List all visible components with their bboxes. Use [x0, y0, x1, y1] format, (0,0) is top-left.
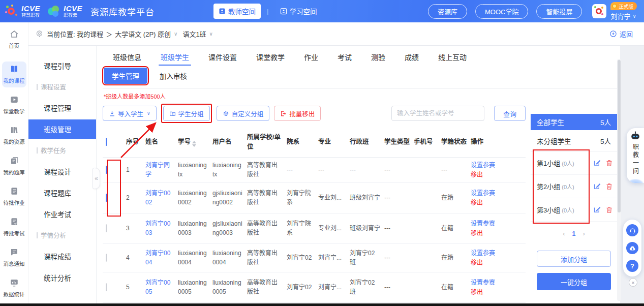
delete-group-icon[interactable] — [605, 206, 613, 213]
cell-phone — [414, 167, 437, 173]
close-floating-icon[interactable]: × — [629, 278, 637, 287]
nav-pill-MOOC学院[interactable]: MOOC学院 — [475, 4, 528, 19]
subtab-加入审核[interactable]: 加入审核 — [151, 68, 195, 84]
group-item-第1小组[interactable]: 第1小组(0人) — [531, 151, 617, 175]
table-row: 3刘宵宁0003liuxiaoning0003gjsliuxiaoning000… — [103, 213, 526, 244]
page-next-icon[interactable]: › — [582, 230, 585, 237]
scrollbar-thumb[interactable] — [618, 60, 621, 212]
cell-name[interactable]: 刘宵宁0002 — [145, 186, 174, 210]
rail-item-pending-homework[interactable]: 待批作业 — [2, 183, 26, 209]
version-badge: 正式版 — [610, 2, 637, 10]
cell-major: 专业刘... — [318, 191, 346, 205]
breadcrumb-course-select[interactable]: 大学语文 (2P) 原创 — [115, 29, 171, 39]
remove-link[interactable]: 移出 — [471, 170, 503, 180]
student-space-button[interactable]: 学习空间 — [275, 4, 322, 19]
remove-link[interactable]: 移出 — [471, 229, 503, 238]
rail-item-my-courses[interactable]: 我的课程 — [2, 62, 26, 87]
user-box[interactable]: 正式版 刘宵宁∨ — [592, 2, 637, 21]
cell-name[interactable]: 刘宵宁0004 — [145, 246, 174, 270]
current-page[interactable]: 1 — [572, 230, 576, 237]
collapse-sidebar-button[interactable]: « — [93, 168, 100, 189]
remove-link[interactable]: 移出 — [471, 288, 503, 297]
edit-group-icon[interactable] — [593, 206, 601, 213]
assistant-tab[interactable]: 职教一问 — [627, 128, 644, 183]
remove-link[interactable]: 移出 — [471, 258, 503, 268]
row-checkbox[interactable] — [106, 194, 107, 202]
menu-item-课程引导[interactable]: 课程引导 — [28, 56, 96, 75]
teacher-space-button[interactable]: 教师空间 — [213, 4, 261, 19]
row-checkbox[interactable] — [106, 166, 107, 174]
all-students-row[interactable]: 全部学生 5人 — [531, 114, 617, 130]
select-all-checkbox[interactable] — [106, 138, 107, 146]
custom-group-button[interactable]: 自定义分组 — [217, 106, 270, 121]
search-input[interactable] — [391, 106, 484, 121]
menu-item-课程管理[interactable]: 课程管理 — [28, 98, 96, 117]
rail-item-message[interactable]: 消息通知 — [2, 244, 26, 270]
cell-name[interactable]: 刘宵宁0005 — [145, 276, 174, 299]
tab-课堂教学[interactable]: 课堂教学 — [254, 46, 287, 68]
tab-班级学生[interactable]: 班级学生 — [159, 46, 191, 68]
nav-pill-智能投屏[interactable]: 智能投屏 — [536, 4, 582, 19]
row-checkbox[interactable] — [106, 283, 107, 291]
student-group-button[interactable]: 学生分组 — [163, 106, 210, 121]
breadcrumb-class-select[interactable]: 语文1班 — [182, 29, 206, 39]
tab-班级信息[interactable]: 班级信息 — [111, 46, 143, 68]
menu-item-课程成绩[interactable]: 课程成绩 — [28, 247, 96, 266]
batch-remove-button[interactable]: 批量移出 — [274, 106, 321, 121]
rail-item-statistics[interactable]: 数据统计 — [2, 275, 26, 301]
class-caret-icon[interactable]: ∨ — [209, 31, 213, 37]
remove-link[interactable]: 移出 — [471, 198, 503, 208]
import-students-button[interactable]: 导入学生∨ — [103, 106, 157, 121]
nav-pill-资源库[interactable]: 资源库 — [428, 4, 467, 19]
menu-item-课程设计[interactable]: 课程设计 — [28, 162, 96, 181]
set-contest-link[interactable]: 设置参赛 — [471, 161, 503, 170]
row-checkbox[interactable] — [106, 224, 107, 232]
ungrouped-students-row[interactable]: 未分组学生 5人 — [531, 130, 617, 151]
group-item-第3小组[interactable]: 第3小组(0人) — [531, 198, 617, 222]
menu-item-统计分析[interactable]: 统计分析 — [28, 268, 96, 287]
group-item-第2小组[interactable]: 第2小组(0人) — [531, 175, 617, 198]
header-nav-pills: 资源库MOOC学院智能投屏 — [428, 4, 582, 19]
menu-item-课程题库[interactable]: 课程题库 — [28, 183, 96, 202]
tab-线上互动[interactable]: 线上互动 — [436, 46, 469, 68]
query-button[interactable]: 查询 — [494, 106, 526, 121]
set-contest-link[interactable]: 设置参赛 — [471, 189, 503, 198]
page-prev-icon[interactable]: ‹ — [563, 230, 565, 237]
tab-测验[interactable]: 测验 — [369, 46, 387, 68]
cell-name[interactable]: 刘宵宁0003 — [145, 217, 174, 240]
tab-成绩[interactable]: 成绩 — [403, 46, 421, 68]
edit-group-icon[interactable] — [593, 159, 601, 167]
back-button[interactable]: 返回 — [609, 29, 633, 39]
delete-group-icon[interactable] — [605, 159, 613, 167]
set-contest-link[interactable]: 设置参赛 — [471, 249, 503, 258]
help-icon[interactable]: ? — [626, 260, 638, 272]
set-contest-link[interactable]: 设置参赛 — [471, 278, 503, 288]
course-caret-icon[interactable]: ∨ — [174, 31, 177, 37]
menu-item-作业考试[interactable]: 作业考试 — [28, 204, 96, 224]
edit-group-icon[interactable] — [593, 182, 601, 190]
user-dropdown-caret-icon[interactable]: ∨ — [633, 13, 636, 19]
rail-item-home[interactable]: 首页 — [2, 26, 26, 52]
delete-group-icon[interactable] — [605, 182, 613, 190]
tab-考试[interactable]: 考试 — [335, 46, 354, 68]
logo-icve-zhijiaoyun: ICVE 职教云 — [47, 5, 82, 18]
set-contest-link[interactable]: 设置参赛 — [471, 219, 503, 229]
customer-service-icon[interactable] — [626, 224, 638, 236]
row-checkbox[interactable] — [106, 254, 107, 262]
rail-item-classroom-teaching[interactable]: 课堂教学 — [2, 92, 26, 118]
cloud-download-icon[interactable] — [626, 242, 638, 254]
group-panel: 全部学生 5人 未分组学生 5人 第1小组(0人)第2小组(0人)第3小组(0人… — [531, 114, 617, 303]
cell-name[interactable]: 刘宵宁同学 — [145, 158, 174, 182]
add-group-button[interactable]: 添加分组 — [537, 251, 611, 267]
rail-item-question-bank[interactable]: 我的题库 — [2, 153, 26, 179]
tab-作业[interactable]: 作业 — [302, 46, 320, 68]
rail-item-my-resources[interactable]: 我的资源 — [2, 123, 26, 148]
menu-item-班级管理[interactable]: 班级管理 — [28, 119, 96, 139]
rail-item-pending-exam[interactable]: 待批考试 — [2, 214, 26, 240]
subtab-学生管理[interactable]: 学生管理 — [104, 68, 147, 84]
cell-major: --- — [318, 163, 346, 177]
tab-课件设置[interactable]: 课件设置 — [206, 46, 239, 68]
user-avatar — [592, 4, 606, 18]
auto-group-button[interactable]: 一键分组 — [537, 273, 611, 290]
sort-icon[interactable] — [192, 141, 196, 147]
